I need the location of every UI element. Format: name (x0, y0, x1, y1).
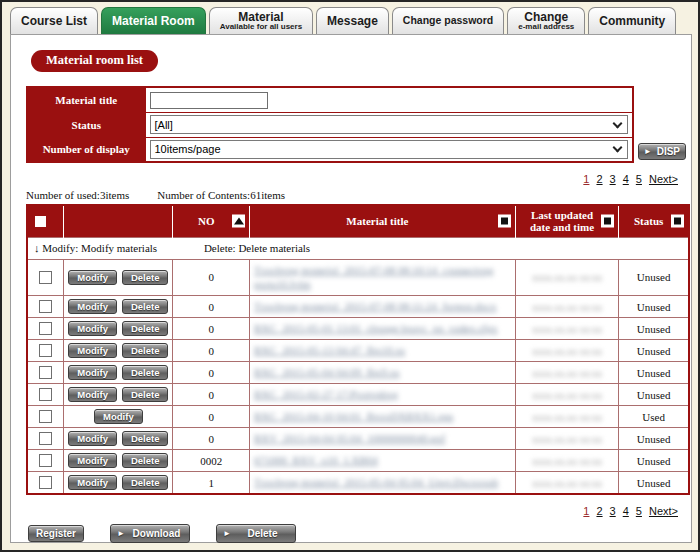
blurred-date: xxxx.xx.xx xx:xx (532, 368, 602, 379)
row-status: Unused (619, 362, 689, 384)
delete-row-button[interactable]: Delete (122, 431, 169, 446)
row-no: 0 (173, 406, 250, 428)
tab-label: Course List (21, 15, 87, 28)
delete-row-button[interactable]: Delete (122, 321, 169, 336)
number-of-contents: Number of Contents:61items (157, 189, 285, 201)
page-link-2[interactable]: 2 (596, 173, 602, 185)
last-updated-column-header: Last updated date and time (515, 205, 619, 237)
row-no: 0 (173, 318, 250, 340)
row-no: 0 (173, 259, 250, 296)
content-panel: Material room list Material title Status… (10, 34, 692, 543)
page-link-5[interactable]: 5 (636, 173, 642, 185)
row-checkbox[interactable] (39, 366, 52, 379)
delete-row-button[interactable]: Delete (122, 270, 169, 285)
blurred-material-title-link[interactable]: BXC_2015-05-01 13:01_cbxnge bxsvc_xn_vzd… (254, 321, 511, 336)
sort-icon[interactable] (671, 215, 684, 228)
row-no: 0 (173, 296, 250, 318)
sort-icon[interactable] (601, 215, 614, 228)
tab-course-list[interactable]: Course List (10, 7, 98, 34)
tab-material-room[interactable]: Material Room (101, 7, 206, 34)
pagination-bottom: 12345Next> (22, 505, 680, 517)
download-button[interactable]: ► Download (110, 524, 190, 543)
modify-button[interactable]: Modify (68, 365, 117, 380)
delete-button[interactable]: ► Delete (216, 524, 296, 543)
table-row: Modify Delete 0 BXV_2015-04-04 05:04_100… (27, 428, 689, 450)
tab-material[interactable]: MaterialAvailable for all users (209, 7, 313, 34)
page-link-4[interactable]: 4 (623, 173, 629, 185)
status-select[interactable]: [All] (150, 115, 629, 134)
blurred-material-title-link[interactable]: BXC_2015-05-04 04:09_fbx9.xs (254, 365, 511, 380)
page-link-1[interactable]: 1 (583, 505, 589, 517)
row-checkbox[interactable] (39, 322, 52, 335)
play-icon: ► (644, 148, 652, 156)
materials-table: NO Material title Last updated date and … (26, 204, 690, 495)
blurred-date: xxxx.xx.xx xx:xx (532, 272, 602, 283)
row-checkbox[interactable] (39, 476, 52, 489)
row-checkbox[interactable] (39, 454, 52, 467)
row-no: 0 (173, 340, 250, 362)
modify-button[interactable]: Modify (68, 299, 117, 314)
modify-button[interactable]: Modify (68, 387, 117, 402)
legend-modify: ↓ Modify: Modify materials (34, 242, 157, 254)
blurred-material-title-link[interactable]: BXC_2015-02-27 17:Pxxtvnbxg (254, 387, 511, 402)
blurred-material-title-link[interactable]: BXV_2015-04-04 05:04_10000000040.pxf (254, 431, 511, 446)
next-page-link[interactable]: Next> (649, 173, 678, 185)
modify-button[interactable]: Modify (68, 475, 117, 490)
blurred-material-title-link[interactable]: pxrts10.fvlm (254, 277, 511, 292)
delete-row-button[interactable]: Delete (122, 387, 169, 402)
modify-button[interactable]: Modify (68, 321, 117, 336)
tab-label: Community (599, 15, 665, 28)
number-of-display-select[interactable]: 10items/page (150, 140, 629, 159)
modify-button[interactable]: Modify (94, 409, 143, 424)
sort-asc-icon[interactable] (232, 215, 245, 228)
next-page-link[interactable]: Next> (649, 505, 678, 517)
status-select-value: [All] (155, 119, 173, 131)
delete-row-button[interactable]: Delete (122, 299, 169, 314)
row-checkbox[interactable] (39, 388, 52, 401)
table-row: Modify Delete 1 Txxcbvng mxterixl_2015-0… (27, 472, 689, 495)
row-status: Unused (619, 318, 689, 340)
material-title-input[interactable] (150, 92, 268, 109)
modify-button[interactable]: Modify (68, 343, 117, 358)
tab-message[interactable]: Message (316, 7, 389, 34)
register-button[interactable]: Register (28, 525, 84, 542)
blurred-material-title-link[interactable]: Txxcbvng mxterixl_2015-05-04 05:04_Unvt.… (254, 475, 511, 490)
blurred-material-title-link[interactable]: BXC_2015-04-10 04:01_BxxxDXBXX1.xps (254, 409, 511, 424)
page-link-3[interactable]: 3 (610, 505, 616, 517)
row-checkbox[interactable] (39, 344, 52, 357)
page-link-3[interactable]: 3 (610, 173, 616, 185)
row-checkbox[interactable] (39, 410, 52, 423)
disp-button[interactable]: ►DISP (638, 143, 686, 160)
blurred-material-title-link[interactable]: Txxcbvng mxterixl_2015-07-08 08:11:24_fx… (254, 299, 511, 314)
page-link-5[interactable]: 5 (636, 505, 642, 517)
row-title-cell: Txxcbvng mxterixl_2015-05-04 05:04_Unvt.… (250, 472, 516, 495)
delete-row-button[interactable]: Delete (122, 475, 169, 490)
tab-community[interactable]: Community (588, 7, 676, 34)
tab-change[interactable]: Changee-mail address (507, 7, 585, 34)
blurred-material-title-link[interactable]: 671000_BXV_x10_1.XB04 (254, 453, 511, 468)
delete-row-button[interactable]: Delete (122, 453, 169, 468)
page-link-2[interactable]: 2 (596, 505, 602, 517)
sort-icon[interactable] (498, 215, 511, 228)
row-date-cell: xxxx.xx.xx xx:xx (515, 296, 619, 318)
last-updated-header-label: Last updated date and time (530, 209, 594, 233)
page-link-4[interactable]: 4 (623, 505, 629, 517)
row-checkbox[interactable] (39, 432, 52, 445)
select-all-checkbox[interactable] (35, 216, 46, 227)
tab-change-password[interactable]: Change password (392, 7, 504, 34)
blurred-material-title-link[interactable]: Txxcbvng mxterixl_2015-07-08 08:10:14_cx… (254, 263, 511, 278)
row-title-cell: BXC_2015-05-13 04:47_fbx10.xs (250, 340, 516, 362)
delete-row-button[interactable]: Delete (122, 343, 169, 358)
row-checkbox[interactable] (39, 271, 52, 284)
row-checkbox[interactable] (39, 300, 52, 313)
row-date-cell: xxxx.xx.xx xx:xx (515, 362, 619, 384)
table-row: Modify 0 BXC_2015-04-10 04:01_BxxxDXBXX1… (27, 406, 689, 428)
modify-button[interactable]: Modify (68, 270, 117, 285)
modify-button[interactable]: Modify (68, 431, 117, 446)
blurred-material-title-link[interactable]: BXC_2015-05-13 04:47_fbx10.xs (254, 343, 511, 358)
modify-button[interactable]: Modify (68, 453, 117, 468)
row-no: 0 (173, 428, 250, 450)
page-link-1[interactable]: 1 (583, 173, 589, 185)
pagination-top: 12345Next> (22, 173, 680, 185)
delete-row-button[interactable]: Delete (122, 365, 169, 380)
